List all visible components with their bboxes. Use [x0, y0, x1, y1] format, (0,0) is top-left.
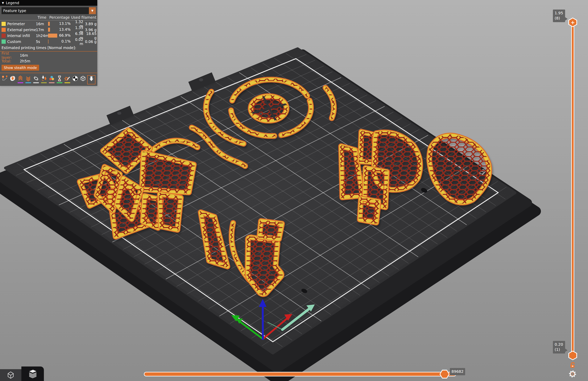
total-value: 2h5m: [20, 59, 30, 63]
layers-icon: [27, 368, 38, 380]
wipe-icon[interactable]: [9, 75, 16, 83]
gcode-preview-window: a: [0, 0, 588, 381]
view-type-value[interactable]: Feature type: [1, 7, 89, 14]
color-swatch: [1, 28, 6, 32]
filament-weight: 3.96 g: [83, 28, 97, 32]
part-mid-blade: [160, 194, 181, 230]
top-layer-height: 1.95: [555, 10, 565, 16]
cube-icon: [5, 370, 16, 381]
retractions-icon[interactable]: [17, 75, 24, 83]
total-time-row: Total: 2h5m: [0, 58, 97, 64]
part-boot-top: [259, 221, 282, 239]
lock-open-icon[interactable]: [569, 361, 576, 369]
col-percentage: Percentage: [48, 15, 71, 20]
percentage-value: 66.9%: [59, 33, 71, 37]
layer-slider-track[interactable]: [571, 22, 574, 356]
percentage-value: 13.1%: [59, 21, 71, 25]
filament-length: 0.02 m: [71, 37, 83, 46]
seams-icon[interactable]: [32, 75, 40, 83]
custom-gcodes-icon[interactable]: [64, 75, 71, 83]
feature-label: External perimeter: [7, 28, 36, 32]
pause-prints-icon[interactable]: [56, 75, 63, 83]
preview-view-button[interactable]: [21, 366, 44, 381]
tool-marker-icon[interactable]: [87, 75, 95, 84]
layer-slider-top-tooltip: 1.95 (8): [553, 10, 565, 22]
legend-titlebar[interactable]: ▼ Legend: [0, 0, 97, 6]
percentage-value: 13.4%: [59, 27, 71, 31]
view-type-dropdown[interactable]: Feature type ▼: [1, 7, 96, 14]
show-stealth-mode-button[interactable]: Show stealth mode: [1, 65, 39, 71]
legend-title: Legend: [6, 1, 19, 5]
legend-toolbar: [0, 74, 97, 86]
first-layer-label: First layer:: [1, 51, 20, 60]
editor-view-button[interactable]: [0, 369, 21, 381]
build-plate: [5, 49, 515, 353]
part-right-bottom: [360, 199, 378, 223]
color-swatch: [1, 40, 6, 44]
legend-panel: ▼ Legend Feature type ▼ Time Percentage …: [0, 0, 97, 86]
percentage-bar: [48, 22, 50, 26]
deretractions-icon[interactable]: [25, 75, 32, 83]
legend-row-custom: Custom 5s 0.1% 0.02 m 0.06 g: [0, 39, 97, 45]
legend-header-row: Time Percentage Used filament: [0, 15, 97, 20]
filament-weight: 0.06 g: [83, 40, 97, 44]
col-filament: Used filament: [71, 15, 97, 20]
moves-slider-track[interactable]: [144, 372, 456, 376]
part-center-disc: [251, 96, 287, 121]
feature-label: Perimeter: [7, 22, 36, 26]
filament-weight: 3.89 g: [83, 22, 97, 26]
top-layer-number: (8): [555, 16, 565, 21]
time-value: 17m: [36, 28, 48, 32]
color-swatch: [1, 22, 6, 26]
collapse-arrow-icon[interactable]: ▼: [2, 1, 4, 4]
percentage-bar: [48, 40, 48, 44]
color-changes-icon[interactable]: [48, 75, 55, 83]
bottom-layer-height: 0.20: [555, 342, 565, 347]
first-layer-row: First layer: 16m: [0, 52, 97, 58]
center-of-mass-icon[interactable]: [72, 75, 79, 83]
percentage-value: 0.1%: [62, 39, 71, 43]
color-swatch: [1, 34, 6, 38]
bottom-layer-number: (1): [555, 347, 565, 352]
moves-slider-tooltip: 89682: [450, 368, 465, 375]
move-index-value: 89682: [450, 369, 465, 374]
feature-label: Internal infill: [7, 34, 36, 38]
filament-weight: 18.65 g: [83, 31, 97, 40]
tool-changes-icon[interactable]: [40, 75, 47, 83]
divider: [0, 73, 97, 73]
feature-label: Custom: [7, 40, 36, 44]
chevron-down-icon: ▼: [91, 9, 93, 12]
first-layer-value: 16m: [20, 53, 28, 57]
layer-settings-gear-icon[interactable]: [568, 370, 577, 378]
time-value: 5s: [36, 40, 48, 44]
time-value: 1h24m: [36, 34, 48, 38]
percentage-bar: [48, 28, 50, 32]
shells-icon[interactable]: [79, 75, 86, 83]
total-label: Total:: [1, 59, 20, 63]
percentage-bar: [48, 34, 57, 38]
dropdown-arrow-button[interactable]: ▼: [89, 7, 96, 14]
col-time: Time: [36, 15, 48, 20]
time-value: 16m: [36, 22, 48, 26]
layer-slider-bottom-tooltip: 0.20 (1): [553, 341, 565, 354]
travels-icon[interactable]: [1, 75, 8, 83]
part-boot-panel: [248, 237, 282, 294]
